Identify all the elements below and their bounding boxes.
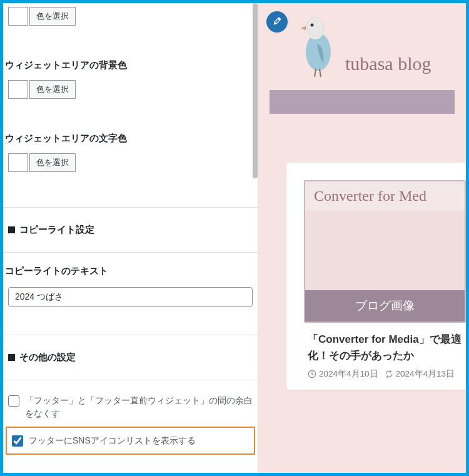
post-title[interactable]: 「Converter for Media」で最適化！その手があったか bbox=[304, 323, 466, 368]
color-swatch[interactable] bbox=[8, 80, 28, 99]
clock-icon bbox=[308, 370, 316, 378]
blog-title[interactable]: tubasa blog bbox=[345, 53, 431, 74]
svg-point-0 bbox=[306, 33, 331, 71]
copyright-text-input[interactable] bbox=[8, 287, 253, 307]
svg-point-2 bbox=[310, 24, 313, 27]
color-picker-row-3: 色を選択 bbox=[3, 151, 258, 175]
date-created: 2024年4月10日 bbox=[319, 368, 378, 380]
copyright-section-header: コピーライト設定 bbox=[3, 215, 258, 245]
customizer-sidebar: 色を選択 ウィジェットエリアの背景色 色を選択 ウィジェットエリアの文字色 色を… bbox=[3, 3, 258, 473]
checkbox-label: フッターにSNSアイコンリストを表示する bbox=[29, 434, 196, 447]
thumbnail-caption: ブログ画像 bbox=[305, 290, 465, 322]
checkbox-remove-margin[interactable]: 「フッター」と「フッター直前ウィジェット」の間の余白をなくす bbox=[3, 388, 258, 427]
blog-header: tubasa blog bbox=[258, 3, 466, 90]
section-title: コピーライト設定 bbox=[19, 224, 94, 236]
scrollbar[interactable] bbox=[253, 3, 258, 178]
divider bbox=[3, 335, 258, 335]
divider bbox=[3, 380, 258, 380]
copyright-text-label: コピーライトのテキスト bbox=[3, 260, 258, 283]
checkbox-sns-footer[interactable]: フッターにSNSアイコンリストを表示する bbox=[7, 428, 254, 453]
widget-bg-color-label: ウィジェットエリアの背景色 bbox=[3, 54, 258, 78]
select-color-button[interactable]: 色を選択 bbox=[29, 7, 76, 26]
pencil-icon bbox=[272, 16, 283, 29]
svg-line-5 bbox=[315, 69, 316, 77]
widget-text-color-label: ウィジェットエリアの文字色 bbox=[3, 128, 258, 151]
post-meta: 2024年4月10日 2024年4月13日 bbox=[304, 368, 466, 390]
svg-point-1 bbox=[306, 17, 325, 39]
color-swatch[interactable] bbox=[8, 153, 28, 172]
checkbox-input[interactable] bbox=[8, 395, 19, 407]
thumbnail-title: Converter for Med bbox=[305, 181, 465, 211]
nav-bar[interactable] bbox=[270, 90, 455, 114]
post-thumbnail: Converter for Med ブログ画像 bbox=[304, 180, 466, 323]
bird-logo-icon bbox=[293, 9, 340, 81]
select-color-button[interactable]: 色を選択 bbox=[29, 153, 76, 172]
other-section-header: その他の設定 bbox=[3, 343, 258, 372]
section-title: その他の設定 bbox=[19, 352, 76, 363]
post-card[interactable]: Converter for Med ブログ画像 「Converter for M… bbox=[286, 163, 466, 390]
divider bbox=[3, 252, 258, 253]
date-updated: 2024年4月13日 bbox=[396, 368, 455, 380]
divider bbox=[3, 207, 258, 208]
color-picker-row-2: 色を選択 bbox=[3, 78, 258, 101]
color-picker-row-1: 色を選択 bbox=[3, 4, 258, 28]
checkbox-input[interactable] bbox=[12, 435, 23, 447]
select-color-button[interactable]: 色を選択 bbox=[29, 80, 76, 99]
live-preview: tubasa blog Converter for Med ブログ画像 「Con… bbox=[258, 3, 466, 473]
checkbox-label: 「フッター」と「フッター直前ウィジェット」の間の余白をなくす bbox=[25, 394, 253, 420]
refresh-icon bbox=[385, 370, 393, 378]
edit-shortcut-button[interactable] bbox=[266, 11, 288, 33]
highlight-annotation: フッターにSNSアイコンリストを表示する bbox=[6, 427, 255, 455]
color-swatch[interactable] bbox=[8, 7, 28, 26]
